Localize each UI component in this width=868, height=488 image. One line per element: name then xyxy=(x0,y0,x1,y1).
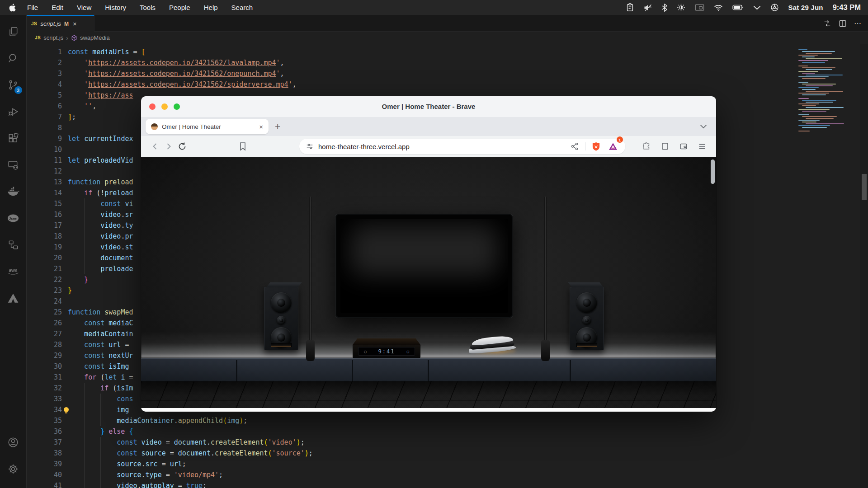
brave-rewards-icon[interactable]: 1 xyxy=(606,140,620,153)
run-debug-icon[interactable] xyxy=(2,100,24,122)
minimap-line xyxy=(798,60,828,61)
minimap-line xyxy=(798,103,819,104)
menu-tools[interactable]: Tools xyxy=(133,0,162,15)
line-number: 40 xyxy=(27,469,62,480)
reload-button[interactable] xyxy=(175,140,189,153)
tab-close-icon[interactable]: × xyxy=(73,20,77,28)
astro-tool-icon[interactable] xyxy=(2,287,24,309)
divider xyxy=(585,142,585,150)
clipboard-icon[interactable] xyxy=(626,3,634,12)
source-control-icon[interactable]: 3 xyxy=(2,74,24,96)
sidebar-icon[interactable] xyxy=(658,140,672,153)
line-number: 7 xyxy=(27,112,62,122)
extensions-puzzle-icon[interactable] xyxy=(640,140,653,153)
sound-muted-icon[interactable] xyxy=(643,4,652,12)
menu-file[interactable]: File xyxy=(20,0,45,15)
minimap-line xyxy=(798,120,820,121)
minimap-line xyxy=(806,69,832,70)
tab-search-chevron-icon[interactable] xyxy=(700,124,707,129)
minimap-line xyxy=(806,53,832,54)
browser-tab[interactable]: Omer | Home Theater × xyxy=(146,119,269,134)
apple-menu-icon[interactable] xyxy=(9,4,16,12)
tab-close-icon[interactable]: × xyxy=(259,123,263,131)
brightness-icon[interactable] xyxy=(677,3,685,12)
editor-scrollbar[interactable] xyxy=(860,44,868,488)
line-number: 12 xyxy=(27,166,62,177)
menu-bar-clock[interactable]: 9:43 PM xyxy=(833,3,861,12)
share-icon[interactable] xyxy=(568,140,581,153)
address-bar[interactable]: home-theater-three.vercel.app xyxy=(299,139,625,154)
window-title: Omer | Home Theater - Brave xyxy=(141,96,716,117)
line-number: 1 xyxy=(27,47,62,57)
code-line: 39 source.src = url; xyxy=(27,459,313,469)
explorer-icon[interactable] xyxy=(2,20,24,42)
code-line: 1const mediaUrls = [ xyxy=(27,47,313,57)
breadcrumb-file[interactable]: script.js xyxy=(43,34,63,41)
menu-history[interactable]: History xyxy=(98,0,133,15)
menu-help[interactable]: Help xyxy=(197,0,225,15)
minimap[interactable] xyxy=(798,49,851,132)
modified-badge: M xyxy=(64,21,69,27)
menu-edit[interactable]: Edit xyxy=(45,0,70,15)
minimap-line xyxy=(798,87,819,88)
page-content: ○ 9:41 ○ xyxy=(141,157,716,408)
bluetooth-icon[interactable] xyxy=(662,4,667,12)
tab-script-js[interactable]: JS script.js M × xyxy=(27,15,94,32)
aws-icon[interactable]: aws xyxy=(2,260,24,282)
control-wheel-icon[interactable] xyxy=(770,3,779,12)
menu-bar-date[interactable]: Sat 29 Jun xyxy=(788,4,823,11)
chevron-down-icon[interactable] xyxy=(753,5,761,10)
zoom-window-button[interactable] xyxy=(174,103,180,110)
extensions-icon[interactable] xyxy=(2,127,24,149)
line-number: 19 xyxy=(27,242,62,253)
wifi-icon[interactable] xyxy=(714,4,723,11)
breadcrumb[interactable]: JS script.js › swapMedia xyxy=(27,32,868,44)
search-icon[interactable] xyxy=(2,47,24,69)
site-settings-icon[interactable] xyxy=(305,140,315,153)
battery-icon[interactable] xyxy=(732,5,744,10)
url-text[interactable]: home-theater-three.vercel.app xyxy=(318,143,564,150)
minimap-line xyxy=(802,56,815,57)
menu-hamburger-icon[interactable] xyxy=(695,140,709,153)
back-button[interactable] xyxy=(148,140,162,153)
code-line: 2 'https://assets.codepen.io/3421562/lav… xyxy=(27,57,313,68)
wallet-icon[interactable] xyxy=(677,140,690,153)
open-changes-icon[interactable] xyxy=(823,19,831,28)
line-number: 25 xyxy=(27,307,62,318)
line-number: 20 xyxy=(27,253,62,263)
browser-title-bar[interactable]: Omer | Home Theater - Brave xyxy=(141,96,716,117)
minimap-line xyxy=(806,123,844,124)
editor-scrollbar-thumb[interactable] xyxy=(862,174,867,200)
editor-actions: ⋯ xyxy=(823,15,862,32)
more-actions-icon[interactable]: ⋯ xyxy=(854,19,862,28)
remote-explorer-icon[interactable] xyxy=(2,154,24,176)
new-tab-button[interactable]: + xyxy=(275,121,280,132)
code-line: 3 'https://assets.codepen.io/3421562/one… xyxy=(27,68,313,79)
bookmark-icon[interactable] xyxy=(236,140,250,153)
close-window-button[interactable] xyxy=(149,103,156,110)
page-scrollbar-thumb[interactable] xyxy=(711,160,715,184)
line-number: 37 xyxy=(27,437,62,448)
forward-button[interactable] xyxy=(162,140,175,153)
menu-people[interactable]: People xyxy=(162,0,197,15)
screen-mirror-icon[interactable] xyxy=(695,4,704,11)
menu-search[interactable]: Search xyxy=(225,0,260,15)
brave-shield-icon[interactable] xyxy=(589,140,603,153)
flowchart-tool-icon[interactable] xyxy=(2,234,24,256)
docker-icon[interactable] xyxy=(2,180,24,202)
minimize-window-button[interactable] xyxy=(161,103,168,110)
minimap-line xyxy=(802,111,826,112)
menu-view[interactable]: View xyxy=(70,0,98,15)
code-line: 40 source.type = 'video/mp4'; xyxy=(27,469,313,480)
settings-gear-icon[interactable] xyxy=(2,458,24,480)
account-icon[interactable] xyxy=(2,431,24,453)
floor-lamp-left xyxy=(309,197,311,343)
minimap-line xyxy=(798,113,851,113)
breadcrumb-symbol[interactable]: swapMedia xyxy=(80,34,110,41)
split-editor-icon[interactable] xyxy=(839,19,847,28)
lightbulb-icon[interactable] xyxy=(64,407,69,412)
json-tool-icon[interactable]: Json xyxy=(2,207,24,229)
tv xyxy=(335,214,513,318)
minimap-line xyxy=(798,64,851,65)
line-number: 39 xyxy=(27,459,62,469)
